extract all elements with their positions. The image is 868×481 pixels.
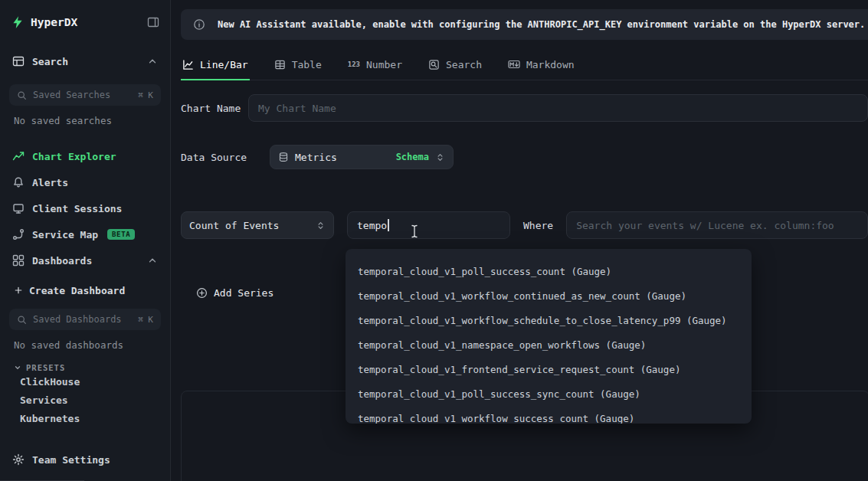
metric-option[interactable]: temporal_cloud_v1_poll_success_count (Ga… bbox=[346, 260, 752, 284]
metric-option[interactable]: temporal_cloud_v1_workflow_schedule_to_c… bbox=[346, 309, 752, 333]
chevron-up-icon[interactable] bbox=[147, 255, 158, 266]
presets-label: PRESETS bbox=[26, 363, 65, 372]
sidebar-item-chart-explorer[interactable]: Chart Explorer bbox=[9, 143, 161, 169]
hyperdx-logo-icon bbox=[11, 15, 25, 29]
search-section-label: Search bbox=[32, 56, 139, 67]
preset-label: Services bbox=[20, 394, 68, 406]
metric-search-input[interactable]: tempo bbox=[347, 211, 510, 239]
line-chart-icon bbox=[182, 59, 194, 70]
tab-label: Number bbox=[366, 59, 402, 70]
sidebar-item-search[interactable]: Search bbox=[9, 55, 161, 67]
where-label: Where bbox=[523, 220, 553, 231]
metric-option[interactable]: temporal_cloud_v1_poll_success_sync_coun… bbox=[346, 382, 752, 407]
text-caret bbox=[388, 219, 389, 231]
chart-name-row: Chart Name bbox=[181, 94, 868, 122]
chart-name-input[interactable] bbox=[248, 94, 868, 122]
chevron-down-icon bbox=[14, 364, 21, 371]
metric-suggestions-dropdown: temporal_cloud_v1_poll_success_count (Ga… bbox=[346, 249, 752, 424]
monitor-icon bbox=[12, 202, 25, 214]
number-123-icon: 123 bbox=[348, 61, 360, 68]
select-chevrons-icon bbox=[316, 221, 326, 231]
saved-dashboards-search[interactable]: ⌘ K bbox=[9, 309, 161, 330]
metric-option[interactable]: temporal_cloud_v1_workflow_continued_as_… bbox=[346, 284, 752, 309]
nav-label: Alerts bbox=[32, 177, 68, 188]
gear-icon bbox=[12, 453, 25, 466]
main-content: New AI Assistant available, enable with … bbox=[171, 0, 868, 481]
preset-label: Kubernetes bbox=[20, 413, 80, 424]
metric-input-value: tempo bbox=[357, 220, 387, 231]
metric-option[interactable]: temporal_cloud_v1_namespace_open_workflo… bbox=[346, 333, 752, 358]
chart-name-label: Chart Name bbox=[181, 103, 239, 114]
chart-type-tabs: Line/Bar Table 123 Number Search bbox=[181, 51, 868, 80]
sidebar-item-client-sessions[interactable]: Client Sessions bbox=[9, 195, 161, 221]
team-settings-label: Team Settings bbox=[32, 454, 110, 466]
tab-label: Line/Bar bbox=[200, 59, 248, 70]
tab-search[interactable]: Search bbox=[427, 51, 483, 80]
nav-label: Dashboards bbox=[32, 255, 139, 267]
saved-searches-shortcut: ⌘ K bbox=[138, 90, 153, 100]
data-source-row: Data Source Metrics Schema bbox=[181, 145, 868, 169]
collapse-sidebar-icon[interactable] bbox=[147, 16, 159, 28]
tab-label: Markdown bbox=[526, 59, 575, 70]
sidebar-item-dashboards[interactable]: Dashboards bbox=[9, 247, 161, 273]
preset-item-clickhouse[interactable]: ClickHouse bbox=[9, 372, 161, 391]
app-root: HyperDX Search ⌘ K No saved searches bbox=[0, 0, 868, 481]
chevron-up-icon[interactable] bbox=[147, 56, 158, 67]
saved-dashboards-empty: No saved dashboards bbox=[14, 339, 161, 351]
tab-label: Table bbox=[292, 59, 322, 70]
beta-badge: BETA bbox=[107, 229, 135, 240]
bell-icon bbox=[12, 176, 25, 188]
metric-option[interactable]: temporal_cloud_v1_workflow_success_count… bbox=[346, 407, 752, 424]
nav-label: Service Map bbox=[32, 229, 98, 240]
nav-label: Client Sessions bbox=[32, 203, 122, 214]
tab-number[interactable]: 123 Number bbox=[346, 51, 404, 80]
series-row: Count of Events tempo Where bbox=[181, 211, 868, 239]
create-dashboard-button[interactable]: Create Dashboard bbox=[9, 280, 161, 301]
chart-explorer-icon bbox=[12, 150, 25, 162]
dashboards-grid-icon bbox=[12, 254, 25, 267]
preset-item-services[interactable]: Services bbox=[9, 391, 161, 409]
plus-icon bbox=[14, 286, 23, 295]
tab-markdown[interactable]: Markdown bbox=[506, 51, 576, 80]
tab-table[interactable]: Table bbox=[273, 51, 323, 80]
search-doc-icon bbox=[428, 59, 440, 70]
logo-row: HyperDX bbox=[11, 15, 159, 29]
search-section-icon bbox=[12, 55, 25, 67]
tab-label: Search bbox=[446, 59, 482, 70]
nav-label: Chart Explorer bbox=[32, 151, 116, 162]
info-icon bbox=[193, 18, 205, 31]
plus-circle-icon bbox=[196, 287, 208, 299]
saved-searches-input[interactable] bbox=[33, 90, 132, 100]
aggregation-select[interactable]: Count of Events bbox=[181, 211, 334, 239]
select-chevrons-icon bbox=[435, 152, 445, 162]
where-input[interactable] bbox=[566, 211, 868, 239]
saved-searches-empty: No saved searches bbox=[14, 115, 161, 126]
metric-option[interactable]: temporal_cloud_v1_frontend_service_reque… bbox=[346, 358, 752, 382]
search-icon bbox=[17, 90, 27, 100]
ai-assistant-banner: New AI Assistant available, enable with … bbox=[181, 9, 868, 40]
sidebar-item-alerts[interactable]: Alerts bbox=[9, 169, 161, 195]
preset-item-kubernetes[interactable]: Kubernetes bbox=[9, 409, 161, 427]
data-source-value: Metrics bbox=[295, 152, 390, 163]
aggregation-value: Count of Events bbox=[189, 220, 310, 231]
sidebar-nav: Chart Explorer Alerts Client Sessions Se… bbox=[9, 143, 161, 273]
create-dashboard-label: Create Dashboard bbox=[29, 285, 125, 296]
sidebar: HyperDX Search ⌘ K No saved searches bbox=[0, 0, 171, 481]
sidebar-item-service-map[interactable]: Service Map BETA bbox=[9, 221, 161, 247]
table-icon bbox=[274, 59, 286, 70]
tab-line-bar[interactable]: Line/Bar bbox=[181, 51, 250, 80]
presets-toggle[interactable]: PRESETS bbox=[14, 363, 161, 372]
saved-dashboards-input[interactable] bbox=[33, 314, 132, 325]
schema-link[interactable]: Schema bbox=[396, 152, 429, 162]
service-map-icon bbox=[12, 228, 25, 240]
sidebar-item-team-settings[interactable]: Team Settings bbox=[9, 447, 161, 472]
markdown-icon bbox=[508, 58, 520, 70]
add-series-button[interactable]: Add Series bbox=[196, 287, 274, 299]
add-series-label: Add Series bbox=[214, 287, 274, 299]
data-source-select[interactable]: Metrics Schema bbox=[270, 145, 454, 169]
saved-searches-search[interactable]: ⌘ K bbox=[9, 84, 161, 106]
database-icon bbox=[278, 152, 289, 162]
saved-dashboards-shortcut: ⌘ K bbox=[138, 315, 153, 325]
search-icon bbox=[17, 315, 27, 325]
banner-text: New AI Assistant available, enable with … bbox=[218, 19, 865, 30]
